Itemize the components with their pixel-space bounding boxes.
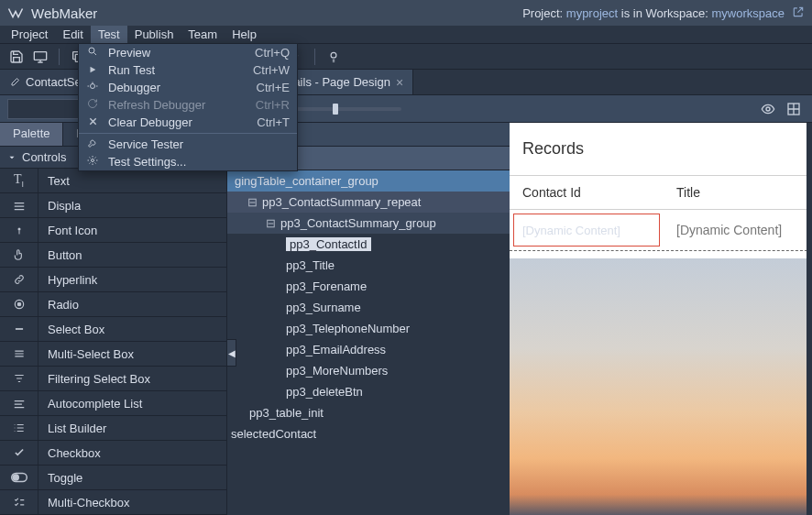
outline-tree: gingTable_container_group⊟pp3_ContactSum…: [227, 170, 510, 444]
menu-item-preview[interactable]: PreviewCtrl+Q: [79, 44, 297, 61]
eye-icon[interactable]: [757, 98, 779, 120]
control-select-box[interactable]: Select Box: [0, 317, 226, 342]
app-title: WebMaker: [31, 5, 97, 21]
tree-table-init[interactable]: pp3_table_init: [227, 402, 510, 423]
search-icon: [86, 46, 99, 60]
control-font-icon[interactable]: Font Icon: [0, 218, 226, 243]
filter-icon: [0, 367, 38, 390]
link-icon: [0, 268, 38, 291]
tree-item-4[interactable]: pp3_TelephoneNumber: [227, 318, 510, 339]
svg-point-11: [17, 228, 20, 231]
tree-item-5[interactable]: pp3_EmailAddress: [227, 339, 510, 360]
save-icon[interactable]: [5, 46, 27, 68]
test-menu-dropdown: PreviewCtrl+QRun TestCtrl+WDebuggerCtrl+…: [78, 43, 298, 171]
outline-panel: e Notes e Outline gingTable_container_gr…: [227, 123, 510, 515]
control-autocomplete-list[interactable]: Autocomplete List: [0, 391, 226, 416]
control-filtering-select-box[interactable]: Filtering Select Box: [0, 367, 226, 391]
table-row: [Dynamic Content] [Dynamic Content]: [510, 210, 812, 251]
project-info: Project: myproject is in Workspace: mywo…: [522, 5, 805, 21]
chevron-down-icon: [7, 153, 16, 162]
project-link[interactable]: myproject: [566, 6, 618, 20]
control-displa[interactable]: Displa: [0, 193, 226, 218]
svg-point-19: [92, 159, 94, 162]
display-icon: [0, 193, 38, 217]
workspace-link[interactable]: myworkspace: [712, 6, 785, 20]
menu-test[interactable]: Test: [91, 26, 127, 43]
control-button[interactable]: Button: [0, 243, 226, 268]
menu-item-debugger[interactable]: DebuggerCtrl+E: [79, 79, 297, 96]
external-link-icon[interactable]: [792, 5, 805, 21]
bulb-icon[interactable]: [323, 46, 345, 68]
tree-item-0[interactable]: pp3_ContactId: [227, 234, 510, 255]
menu-publish[interactable]: Publish: [127, 26, 181, 43]
menu-item-run-test[interactable]: Run TestCtrl+W: [79, 61, 297, 79]
palette-panel: PaletteDa Controls TITextDisplaFont Icon…: [0, 123, 227, 515]
titlebar: WebMaker Project: myproject is in Worksp…: [0, 0, 812, 26]
tree-group[interactable]: ⊟pp3_ContactSummary_group: [227, 213, 510, 234]
multi-icon: [0, 342, 38, 366]
th-contact-id: Contact Id: [510, 176, 664, 209]
monitor-icon[interactable]: [29, 46, 51, 68]
zoom-slider[interactable]: [291, 107, 401, 111]
zoom-control[interactable]: [273, 101, 750, 116]
tree-item-3[interactable]: pp3_Surname: [227, 297, 510, 318]
menu-item-service-tester[interactable]: Service Tester: [79, 136, 297, 153]
font-icon: [0, 218, 38, 242]
tree-repeat[interactable]: ⊟pp3_ContactSummary_repeat: [227, 192, 510, 213]
control-multi-checkbox[interactable]: Multi-Checkbox: [0, 490, 226, 515]
control-toggle[interactable]: Toggle: [0, 466, 226, 490]
controls-list: TITextDisplaFont IconButtonHyperlinkRadi…: [0, 169, 226, 515]
close-icon[interactable]: ×: [396, 75, 403, 90]
background-image: [510, 258, 812, 515]
tree-root[interactable]: gingTable_container_group: [227, 170, 510, 192]
control-multi-select-box[interactable]: Multi-Select Box: [0, 342, 226, 367]
x-icon: [86, 115, 99, 129]
svg-point-9: [766, 107, 770, 111]
menu-item-clear-debugger[interactable]: Clear DebuggerCtrl+T: [79, 114, 297, 131]
svg-point-13: [17, 302, 21, 306]
selection-outline: [513, 214, 660, 247]
grid-icon[interactable]: [783, 98, 805, 120]
auto-icon: [0, 391, 38, 415]
hand-icon: [0, 243, 38, 267]
control-text[interactable]: TIText: [0, 169, 226, 193]
control-hyperlink[interactable]: Hyperlink: [0, 268, 226, 292]
control-checkbox[interactable]: Checkbox: [0, 441, 226, 466]
radio-icon: [0, 292, 38, 316]
cell-title[interactable]: [Dynamic Content]: [664, 210, 795, 250]
svg-point-18: [91, 84, 95, 89]
preview-panel: Records Contact Id Title [Dynamic Conten…: [510, 123, 812, 515]
menu-project[interactable]: Project: [4, 26, 55, 43]
svg-point-7: [331, 52, 336, 58]
menu-edit[interactable]: Edit: [55, 26, 90, 43]
bug-icon: [86, 81, 99, 94]
tree-item-7[interactable]: pp3_deleteBtn: [227, 381, 510, 402]
play-icon: [86, 63, 99, 77]
menu-help[interactable]: Help: [225, 26, 264, 43]
menu-team[interactable]: Team: [181, 26, 225, 43]
th-title: Title: [664, 176, 713, 209]
table-header-row: Contact Id Title: [510, 175, 812, 210]
tree-item-2[interactable]: pp3_Forename: [227, 276, 510, 297]
tree-item-1[interactable]: pp3_Title: [227, 255, 510, 276]
tree-item-6[interactable]: pp3_MoreNumbers: [227, 360, 510, 381]
mcheck-icon: [0, 490, 38, 514]
collapse-handle[interactable]: ◀: [227, 339, 236, 367]
app-logo-icon: [7, 5, 24, 21]
control-list-builder[interactable]: List Builder: [0, 416, 226, 441]
minus-icon: [0, 317, 38, 341]
toggle-icon: [0, 466, 38, 489]
palette-tab-palette[interactable]: Palette: [0, 123, 63, 146]
check-icon: [0, 441, 38, 465]
gear-icon: [86, 155, 99, 169]
records-title: Records: [510, 123, 812, 175]
text-icon: TI: [0, 169, 38, 192]
svg-point-15: [13, 475, 18, 480]
refresh-icon: [86, 98, 99, 112]
tree-selected-contact[interactable]: selectedContact: [227, 423, 510, 444]
svg-point-17: [89, 48, 94, 53]
cell-contact-id[interactable]: [Dynamic Content]: [510, 210, 664, 250]
menu-item-test-settings-[interactable]: Test Settings...: [79, 153, 297, 170]
control-radio[interactable]: Radio: [0, 292, 226, 317]
edit-icon: [9, 77, 20, 88]
